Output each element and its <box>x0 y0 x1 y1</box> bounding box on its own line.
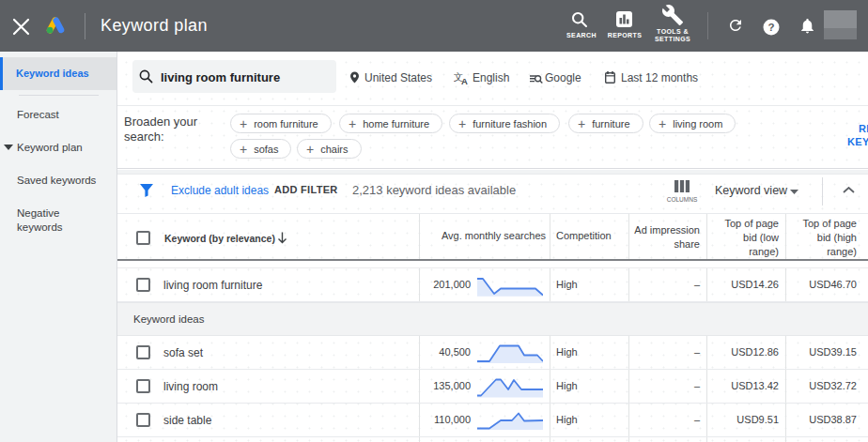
svg-text:A: A <box>461 76 468 84</box>
svg-text:?: ? <box>767 22 774 33</box>
